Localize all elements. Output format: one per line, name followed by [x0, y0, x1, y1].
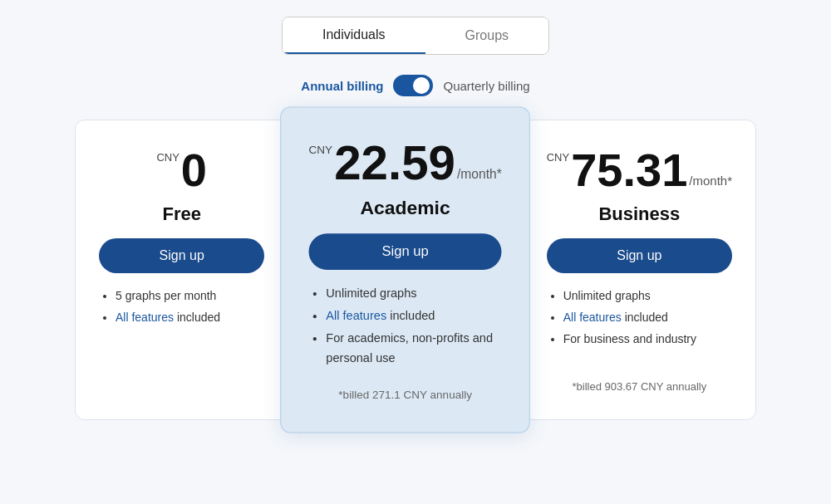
business-billing-note: *billed 903.67 CNY annually [573, 374, 707, 393]
business-signup-button[interactable]: Sign up [547, 238, 732, 273]
academic-features-list: Unlimited graphs All features included F… [309, 284, 502, 371]
toggle-knob [413, 77, 430, 94]
business-features-list: Unlimited graphs All features included F… [547, 286, 732, 350]
academic-price: 22.59 [335, 139, 456, 187]
business-plan-name: Business [598, 203, 680, 225]
plans-container: CNY 0 Free Sign up 5 graphs per month Al… [75, 120, 756, 420]
business-price-block: CNY 75.31 /month* [547, 147, 732, 193]
free-feature-2: All features included [116, 308, 264, 328]
academic-feature-2: All features included [327, 306, 502, 326]
free-signup-button[interactable]: Sign up [99, 238, 264, 273]
free-currency: CNY [156, 152, 179, 163]
free-plan-name: Free [162, 203, 200, 225]
plan-academic: CNY 22.59 /month* Academic Sign up Unlim… [281, 106, 531, 433]
academic-feature-3: For academics, non-profits and personal … [327, 328, 502, 369]
academic-currency: CNY [309, 144, 333, 155]
quarterly-billing-label: Quarterly billing [443, 79, 529, 93]
billing-toggle[interactable] [393, 75, 433, 96]
tabs-container: Individuals Groups [282, 17, 549, 55]
business-price: 75.31 [571, 147, 687, 193]
tab-groups[interactable]: Groups [425, 17, 548, 54]
business-currency: CNY [547, 152, 569, 163]
academic-signup-button[interactable]: Sign up [309, 233, 502, 270]
business-feature-3: For business and industry [563, 330, 732, 350]
academic-feature-1: Unlimited graphs [327, 284, 502, 305]
business-price-suffix: /month* [689, 174, 732, 187]
academic-price-block: CNY 22.59 /month* [309, 139, 502, 187]
free-features-list: 5 graphs per month All features included [99, 286, 264, 330]
academic-price-suffix: /month* [457, 167, 502, 180]
plan-business: CNY 75.31 /month* Business Sign up Unlim… [523, 120, 756, 420]
free-feature-1: 5 graphs per month [116, 286, 264, 306]
annual-billing-label: Annual billing [301, 79, 383, 93]
plan-free: CNY 0 Free Sign up 5 graphs per month Al… [75, 120, 288, 420]
academic-plan-name: Academic [361, 198, 450, 220]
billing-row: Annual billing Quarterly billing [301, 75, 529, 96]
business-feature-2: All features included [563, 308, 732, 328]
free-price-block: CNY 0 [156, 147, 207, 193]
business-feature-1: Unlimited graphs [563, 286, 732, 306]
tab-individuals[interactable]: Individuals [283, 17, 425, 54]
academic-billing-note: *billed 271.1 CNY annually [339, 381, 473, 401]
free-price: 0 [181, 147, 207, 193]
